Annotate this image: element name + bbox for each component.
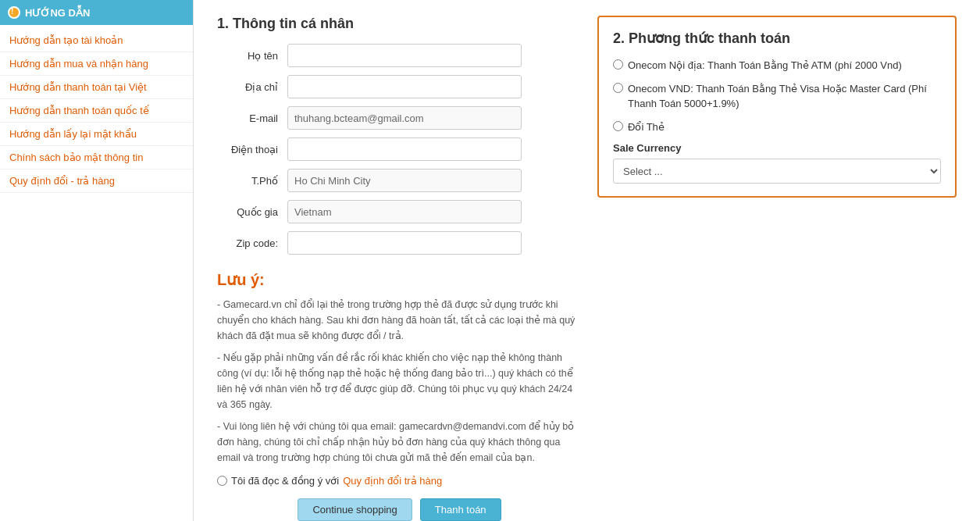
sale-currency-label: Sale Currency [613, 142, 941, 154]
input-dien-thoai[interactable] [287, 137, 522, 161]
star-icon [8, 6, 20, 19]
note-paragraph-2: - Vui lòng liên hệ với chúng tôi qua ema… [217, 419, 582, 466]
two-col-layout: 1. Thông tin cá nhân Họ tên Địa chỉ E-ma… [217, 16, 957, 521]
form-row-3: Điện thoại [217, 137, 582, 161]
sidebar-item-5[interactable]: Chính sách bảo mật thông tin [0, 146, 193, 170]
payment-radio-0[interactable] [613, 59, 623, 70]
sidebar-nav: Hướng dẫn tạo tài khoản Hướng dẫn mua và… [0, 25, 193, 197]
sidebar-header-title: HƯỚNG DẪN [25, 7, 90, 19]
agree-row: Tôi đã đọc & đồng ý với Quy định đổi trả… [217, 475, 582, 487]
input-ho-ten[interactable] [287, 44, 522, 67]
input-quoc-gia[interactable] [287, 200, 522, 223]
bottom-buttons: Continue shopping Thanh toán [217, 498, 582, 521]
personal-info-title: 1. Thông tin cá nhân [217, 16, 582, 32]
sidebar-item-1[interactable]: Hướng dẫn mua và nhận hàng [0, 52, 193, 76]
payment-radio-1[interactable] [613, 83, 623, 93]
sidebar-item-6[interactable]: Quy định đổi - trả hàng [0, 170, 193, 193]
label-quoc-gia: Quốc gia [217, 206, 287, 218]
form-row-4: T.Phố [217, 169, 582, 192]
sidebar-item-3[interactable]: Hướng dẫn thanh toán quốc tế [0, 99, 193, 123]
sidebar-header: HƯỚNG DẪN [0, 0, 193, 25]
payment-radio-2[interactable] [613, 121, 623, 131]
payment-option-0: Onecom Nội địa: Thanh Toán Bằng Thẻ ATM … [613, 58, 941, 73]
payment-option-label-0: Onecom Nội địa: Thanh Toán Bằng Thẻ ATM … [628, 58, 902, 73]
sidebar-item-4[interactable]: Hướng dẫn lấy lại mật khẩu [0, 123, 193, 146]
input-email[interactable] [287, 106, 522, 130]
payment-option-label-2: Đổi Thẻ [628, 120, 665, 135]
checkout-button[interactable]: Thanh toán [420, 498, 501, 521]
main-content: 1. Thông tin cá nhân Họ tên Địa chỉ E-ma… [194, 0, 980, 521]
input-tpho[interactable] [287, 169, 522, 192]
payment-section: 2. Phương thức thanh toán Onecom Nội địa… [597, 16, 957, 198]
label-ho-ten: Họ tên [217, 50, 287, 62]
payment-option-label-1: Onecom VND: Thanh Toán Bằng Thẻ Visa Hoặ… [628, 81, 941, 112]
form-row-2: E-mail [217, 106, 582, 130]
label-dien-thoai: Điện thoại [217, 144, 287, 155]
personal-info-section: 1. Thông tin cá nhân Họ tên Địa chỉ E-ma… [217, 16, 582, 521]
payment-title: 2. Phương thức thanh toán [613, 30, 941, 47]
agree-radio[interactable] [217, 476, 227, 486]
sidebar: HƯỚNG DẪN Hướng dẫn tạo tài khoản Hướng … [0, 0, 194, 521]
form-row-6: Zip code: [217, 231, 582, 255]
payment-option-1: Onecom VND: Thanh Toán Bằng Thẻ Visa Hoặ… [613, 81, 941, 112]
note-paragraph-1: - Nếu gặp phải những vấn đề rắc rối khác… [217, 350, 582, 412]
continue-shopping-button[interactable]: Continue shopping [298, 498, 412, 521]
label-tpho: T.Phố [217, 175, 287, 187]
label-zip: Zip code: [217, 237, 287, 249]
form-row-1: Địa chỉ [217, 75, 582, 98]
agree-text: Tôi đã đọc & đồng ý với [231, 475, 339, 487]
note-section: Lưu ý: - Gamecard.vn chỉ đổi lại thẻ tro… [217, 270, 582, 487]
form-row-5: Quốc gia [217, 200, 582, 223]
input-dia-chi[interactable] [287, 75, 522, 98]
agree-link[interactable]: Quy định đổi trả hàng [343, 475, 442, 487]
input-zip[interactable] [287, 231, 522, 255]
sidebar-item-0[interactable]: Hướng dẫn tạo tài khoản [0, 29, 193, 52]
label-email: E-mail [217, 112, 287, 124]
form-row-0: Họ tên [217, 44, 582, 67]
payment-option-2: Đổi Thẻ [613, 120, 941, 135]
sale-currency-select[interactable]: Select ... [613, 159, 941, 184]
note-title: Lưu ý: [217, 270, 582, 289]
note-paragraph-0: - Gamecard.vn chỉ đổi lại thẻ trong trườ… [217, 297, 582, 344]
label-dia-chi: Địa chỉ [217, 81, 287, 93]
sidebar-item-2[interactable]: Hướng dẫn thanh toán tại Việt [0, 76, 193, 99]
